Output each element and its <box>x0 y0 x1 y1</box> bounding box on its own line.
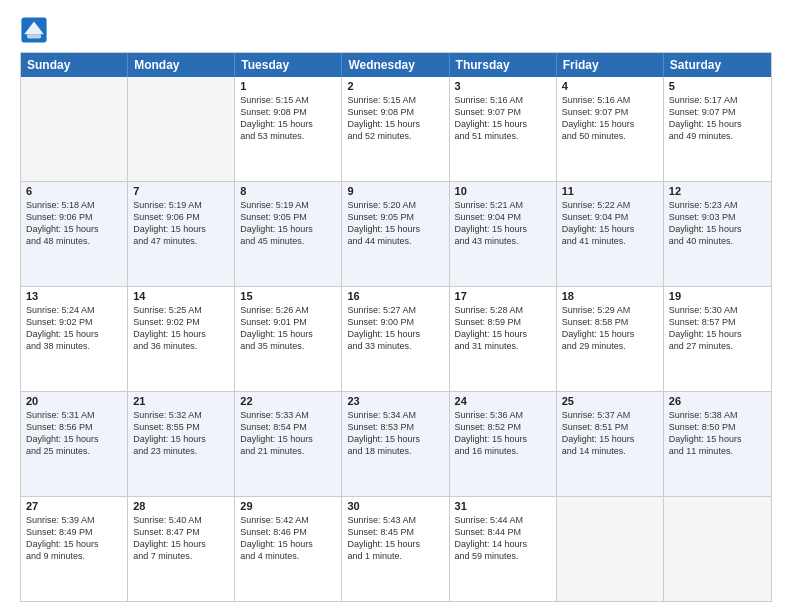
daylight-minutes-text: and 7 minutes. <box>133 550 229 562</box>
cell-w1-d5: 3 Sunrise: 5:16 AM Sunset: 9:07 PM Dayli… <box>450 77 557 181</box>
sunrise-text: Sunrise: 5:24 AM <box>26 304 122 316</box>
sunrise-text: Sunrise: 5:30 AM <box>669 304 766 316</box>
sunset-text: Sunset: 9:03 PM <box>669 211 766 223</box>
header-tuesday: Tuesday <box>235 53 342 77</box>
cell-w5-d2: 28 Sunrise: 5:40 AM Sunset: 8:47 PM Dayl… <box>128 497 235 601</box>
sunrise-text: Sunrise: 5:26 AM <box>240 304 336 316</box>
daylight-minutes-text: and 40 minutes. <box>669 235 766 247</box>
sunrise-text: Sunrise: 5:15 AM <box>240 94 336 106</box>
sunrise-text: Sunrise: 5:39 AM <box>26 514 122 526</box>
daylight-text: Daylight: 15 hours <box>347 328 443 340</box>
cell-w4-d3: 22 Sunrise: 5:33 AM Sunset: 8:54 PM Dayl… <box>235 392 342 496</box>
cell-w2-d5: 10 Sunrise: 5:21 AM Sunset: 9:04 PM Dayl… <box>450 182 557 286</box>
day-number: 16 <box>347 290 443 302</box>
sunset-text: Sunset: 9:05 PM <box>240 211 336 223</box>
daylight-text: Daylight: 15 hours <box>455 118 551 130</box>
logo <box>20 16 52 44</box>
sunrise-text: Sunrise: 5:17 AM <box>669 94 766 106</box>
sunrise-text: Sunrise: 5:34 AM <box>347 409 443 421</box>
day-number: 18 <box>562 290 658 302</box>
cell-w4-d7: 26 Sunrise: 5:38 AM Sunset: 8:50 PM Dayl… <box>664 392 771 496</box>
sunrise-text: Sunrise: 5:15 AM <box>347 94 443 106</box>
daylight-text: Daylight: 15 hours <box>669 118 766 130</box>
day-number: 27 <box>26 500 122 512</box>
daylight-text: Daylight: 15 hours <box>669 433 766 445</box>
sunset-text: Sunset: 8:59 PM <box>455 316 551 328</box>
daylight-text: Daylight: 15 hours <box>26 538 122 550</box>
cell-w2-d7: 12 Sunrise: 5:23 AM Sunset: 9:03 PM Dayl… <box>664 182 771 286</box>
day-number: 26 <box>669 395 766 407</box>
daylight-minutes-text: and 51 minutes. <box>455 130 551 142</box>
cell-w1-d2 <box>128 77 235 181</box>
cell-w3-d4: 16 Sunrise: 5:27 AM Sunset: 9:00 PM Dayl… <box>342 287 449 391</box>
sunrise-text: Sunrise: 5:33 AM <box>240 409 336 421</box>
day-number: 11 <box>562 185 658 197</box>
day-number: 19 <box>669 290 766 302</box>
sunrise-text: Sunrise: 5:29 AM <box>562 304 658 316</box>
daylight-minutes-text: and 38 minutes. <box>26 340 122 352</box>
sunset-text: Sunset: 9:07 PM <box>455 106 551 118</box>
sunset-text: Sunset: 9:01 PM <box>240 316 336 328</box>
daylight-minutes-text: and 18 minutes. <box>347 445 443 457</box>
daylight-text: Daylight: 15 hours <box>669 223 766 235</box>
week-row-3: 13 Sunrise: 5:24 AM Sunset: 9:02 PM Dayl… <box>21 286 771 391</box>
header <box>20 16 772 44</box>
calendar-header: Sunday Monday Tuesday Wednesday Thursday… <box>21 53 771 77</box>
daylight-text: Daylight: 15 hours <box>562 223 658 235</box>
sunset-text: Sunset: 8:46 PM <box>240 526 336 538</box>
cell-w3-d6: 18 Sunrise: 5:29 AM Sunset: 8:58 PM Dayl… <box>557 287 664 391</box>
header-thursday: Thursday <box>450 53 557 77</box>
day-number: 9 <box>347 185 443 197</box>
cell-w3-d5: 17 Sunrise: 5:28 AM Sunset: 8:59 PM Dayl… <box>450 287 557 391</box>
logo-icon <box>20 16 48 44</box>
sunrise-text: Sunrise: 5:19 AM <box>240 199 336 211</box>
daylight-text: Daylight: 15 hours <box>455 328 551 340</box>
sunrise-text: Sunrise: 5:16 AM <box>562 94 658 106</box>
day-number: 14 <box>133 290 229 302</box>
day-number: 4 <box>562 80 658 92</box>
cell-w5-d1: 27 Sunrise: 5:39 AM Sunset: 8:49 PM Dayl… <box>21 497 128 601</box>
sunset-text: Sunset: 9:06 PM <box>26 211 122 223</box>
sunrise-text: Sunrise: 5:28 AM <box>455 304 551 316</box>
cell-w1-d6: 4 Sunrise: 5:16 AM Sunset: 9:07 PM Dayli… <box>557 77 664 181</box>
daylight-text: Daylight: 15 hours <box>240 328 336 340</box>
daylight-text: Daylight: 15 hours <box>240 118 336 130</box>
cell-w4-d5: 24 Sunrise: 5:36 AM Sunset: 8:52 PM Dayl… <box>450 392 557 496</box>
sunrise-text: Sunrise: 5:19 AM <box>133 199 229 211</box>
daylight-text: Daylight: 15 hours <box>240 223 336 235</box>
cell-w2-d3: 8 Sunrise: 5:19 AM Sunset: 9:05 PM Dayli… <box>235 182 342 286</box>
sunset-text: Sunset: 9:08 PM <box>347 106 443 118</box>
sunrise-text: Sunrise: 5:38 AM <box>669 409 766 421</box>
day-number: 5 <box>669 80 766 92</box>
cell-w5-d5: 31 Sunrise: 5:44 AM Sunset: 8:44 PM Dayl… <box>450 497 557 601</box>
daylight-minutes-text: and 4 minutes. <box>240 550 336 562</box>
header-monday: Monday <box>128 53 235 77</box>
sunrise-text: Sunrise: 5:31 AM <box>26 409 122 421</box>
sunset-text: Sunset: 9:04 PM <box>562 211 658 223</box>
sunset-text: Sunset: 8:44 PM <box>455 526 551 538</box>
cell-w5-d7 <box>664 497 771 601</box>
daylight-minutes-text: and 1 minute. <box>347 550 443 562</box>
sunset-text: Sunset: 8:52 PM <box>455 421 551 433</box>
day-number: 25 <box>562 395 658 407</box>
daylight-text: Daylight: 15 hours <box>455 223 551 235</box>
daylight-minutes-text: and 59 minutes. <box>455 550 551 562</box>
sunrise-text: Sunrise: 5:16 AM <box>455 94 551 106</box>
sunset-text: Sunset: 8:45 PM <box>347 526 443 538</box>
daylight-text: Daylight: 15 hours <box>347 538 443 550</box>
daylight-text: Daylight: 15 hours <box>347 118 443 130</box>
day-number: 7 <box>133 185 229 197</box>
day-number: 2 <box>347 80 443 92</box>
daylight-minutes-text: and 47 minutes. <box>133 235 229 247</box>
day-number: 29 <box>240 500 336 512</box>
daylight-minutes-text: and 23 minutes. <box>133 445 229 457</box>
sunrise-text: Sunrise: 5:32 AM <box>133 409 229 421</box>
sunset-text: Sunset: 9:04 PM <box>455 211 551 223</box>
day-number: 8 <box>240 185 336 197</box>
sunrise-text: Sunrise: 5:25 AM <box>133 304 229 316</box>
daylight-text: Daylight: 15 hours <box>133 433 229 445</box>
sunset-text: Sunset: 8:49 PM <box>26 526 122 538</box>
daylight-minutes-text: and 25 minutes. <box>26 445 122 457</box>
daylight-text: Daylight: 15 hours <box>347 223 443 235</box>
svg-rect-2 <box>27 34 41 38</box>
